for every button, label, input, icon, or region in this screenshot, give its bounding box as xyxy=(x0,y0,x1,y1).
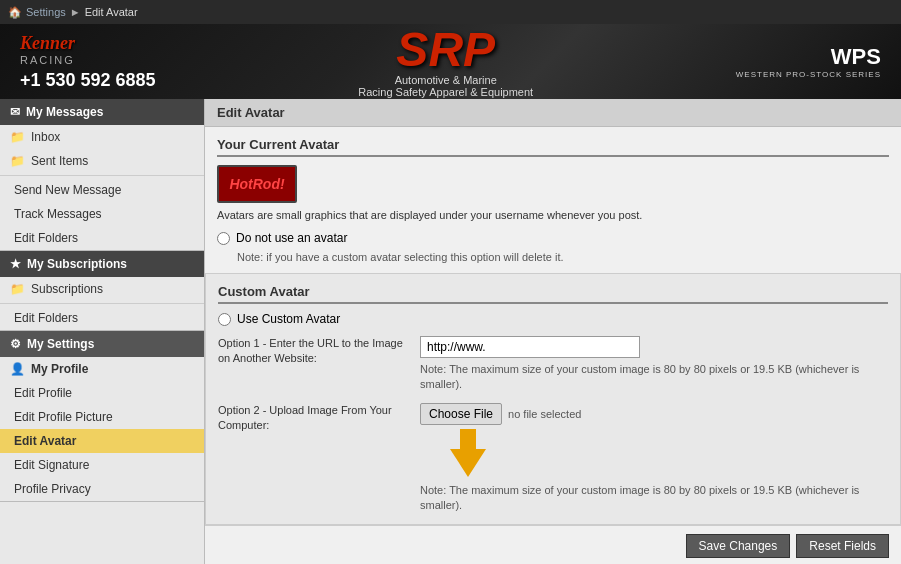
main-layout: ✉ My Messages 📁 Inbox 📁 Sent Items Send … xyxy=(0,99,901,564)
option1-row: Option 1 - Enter the URL to the Image on… xyxy=(218,336,888,393)
sidebar-subscriptions-label: My Subscriptions xyxy=(27,257,127,271)
banner: Kenner RACING +1 530 592 6885 SRP Automo… xyxy=(0,24,901,99)
sidebar-sep2 xyxy=(0,303,204,304)
edit-folders-label: Edit Folders xyxy=(14,231,78,245)
content-header: Edit Avatar xyxy=(205,99,901,127)
current-avatar-title: Your Current Avatar xyxy=(217,137,889,157)
current-avatar-area: HotRod! Avatars are small graphics that … xyxy=(217,165,889,263)
banner-racing-label: RACING xyxy=(20,54,156,66)
sidebar-header-messages: ✉ My Messages xyxy=(0,99,204,125)
arrow-stem xyxy=(460,429,476,451)
edit-avatar-label: Edit Avatar xyxy=(14,434,76,448)
subscriptions-label: Subscriptions xyxy=(31,282,103,296)
option1-note: Note: The maximum size of your custom im… xyxy=(420,362,888,393)
edit-profile-picture-label: Edit Profile Picture xyxy=(14,410,113,424)
option1-control: Note: The maximum size of your custom im… xyxy=(420,336,888,393)
sidebar-header-subscriptions: ★ My Subscriptions xyxy=(0,251,204,277)
edit-folders2-label: Edit Folders xyxy=(14,311,78,325)
sidebar-header-settings: ⚙ My Settings xyxy=(0,331,204,357)
banner-srp: SRP xyxy=(358,26,533,74)
sidebar-item-track[interactable]: Track Messages xyxy=(0,202,204,226)
sidebar-item-edit-folders2[interactable]: Edit Folders xyxy=(0,306,204,330)
banner-right: WPS WESTERN PRO-STOCK SERIES xyxy=(736,44,881,79)
reset-fields-button[interactable]: Reset Fields xyxy=(796,534,889,558)
avatar-description: Avatars are small graphics that are disp… xyxy=(217,209,889,221)
current-avatar-section: Your Current Avatar HotRod! Avatars are … xyxy=(205,127,901,273)
content-header-label: Edit Avatar xyxy=(217,105,285,120)
envelope-icon: ✉ xyxy=(10,105,20,119)
content-area: Edit Avatar Your Current Avatar HotRod! … xyxy=(205,99,901,564)
send-message-label: Send New Message xyxy=(14,183,121,197)
folder-icon-sub: 📁 xyxy=(10,282,25,296)
folder-icon: 📁 xyxy=(10,130,25,144)
sidebar-item-edit-signature[interactable]: Edit Signature xyxy=(0,453,204,477)
avatar-placeholder: HotRod! xyxy=(229,176,284,192)
avatar-delete-note: Note: if you have a custom avatar select… xyxy=(237,251,889,263)
arrow-head xyxy=(450,449,486,477)
sidebar-item-edit-folders[interactable]: Edit Folders xyxy=(0,226,204,250)
person-icon: 👤 xyxy=(10,362,25,376)
banner-wps: WPS xyxy=(736,44,881,70)
use-custom-row: Use Custom Avatar xyxy=(218,312,888,326)
custom-avatar-section: Custom Avatar Use Custom Avatar Option 1… xyxy=(205,273,901,525)
home-icon: 🏠 xyxy=(8,6,22,19)
option2-row: Option 2 - Upload Image From Your Comput… xyxy=(218,403,888,514)
no-file-label: no file selected xyxy=(508,408,581,420)
arrow-container xyxy=(420,429,888,479)
profile-privacy-label: Profile Privacy xyxy=(14,482,91,496)
sidebar-item-sent[interactable]: 📁 Sent Items xyxy=(0,149,204,173)
option2-control: Choose File no file selected Note: The m… xyxy=(420,403,888,514)
sidebar-messages-label: My Messages xyxy=(26,105,103,119)
breadcrumb-current: Edit Avatar xyxy=(85,6,138,18)
edit-profile-label: Edit Profile xyxy=(14,386,72,400)
sent-label: Sent Items xyxy=(31,154,88,168)
option2-note: Note: The maximum size of your custom im… xyxy=(420,483,888,514)
do-not-use-row: Do not use an avatar xyxy=(217,231,889,245)
banner-center: SRP Automotive & Marine Racing Safety Ap… xyxy=(358,26,533,98)
sidebar-item-edit-profile-picture[interactable]: Edit Profile Picture xyxy=(0,405,204,429)
sidebar-item-edit-avatar[interactable]: Edit Avatar xyxy=(0,429,204,453)
inbox-label: Inbox xyxy=(31,130,60,144)
use-custom-label: Use Custom Avatar xyxy=(237,312,340,326)
sidebar-item-subscriptions[interactable]: 📁 Subscriptions xyxy=(0,277,204,301)
folder-icon-sent: 📁 xyxy=(10,154,25,168)
save-changes-button[interactable]: Save Changes xyxy=(686,534,791,558)
sidebar-settings-label: My Settings xyxy=(27,337,94,351)
top-bar: 🏠 Settings ► Edit Avatar xyxy=(0,0,901,24)
breadcrumb: 🏠 Settings ► Edit Avatar xyxy=(8,6,138,19)
option2-label: Option 2 - Upload Image From Your Comput… xyxy=(218,403,408,434)
do-not-use-label: Do not use an avatar xyxy=(236,231,347,245)
track-messages-label: Track Messages xyxy=(14,207,102,221)
banner-tagline1: Automotive & Marine xyxy=(358,74,533,86)
sidebar-item-edit-profile[interactable]: Edit Profile xyxy=(0,381,204,405)
choose-file-button[interactable]: Choose File xyxy=(420,403,502,425)
subscriptions-icon: ★ xyxy=(10,257,21,271)
breadcrumb-settings[interactable]: Settings xyxy=(26,6,66,18)
sidebar-sep1 xyxy=(0,175,204,176)
option1-label: Option 1 - Enter the URL to the Image on… xyxy=(218,336,408,367)
arrow-down-indicator xyxy=(450,429,486,479)
banner-logo-name: Kenner xyxy=(20,33,75,54)
banner-phone: +1 530 592 6885 xyxy=(20,70,156,91)
breadcrumb-separator: ► xyxy=(70,6,81,18)
sidebar-section-messages: ✉ My Messages 📁 Inbox 📁 Sent Items Send … xyxy=(0,99,204,251)
do-not-use-radio[interactable] xyxy=(217,232,230,245)
sidebar-item-profile-privacy[interactable]: Profile Privacy xyxy=(0,477,204,501)
sidebar-section-settings: ⚙ My Settings 👤 My Profile Edit Profile … xyxy=(0,331,204,502)
edit-signature-label: Edit Signature xyxy=(14,458,89,472)
file-row: Choose File no file selected xyxy=(420,403,888,425)
sidebar-section-subscriptions: ★ My Subscriptions 📁 Subscriptions Edit … xyxy=(0,251,204,331)
sidebar: ✉ My Messages 📁 Inbox 📁 Sent Items Send … xyxy=(0,99,205,564)
content-footer: Save Changes Reset Fields xyxy=(205,525,901,564)
my-profile-label: My Profile xyxy=(31,362,88,376)
avatar-image: HotRod! xyxy=(217,165,297,203)
banner-left: Kenner RACING +1 530 592 6885 xyxy=(20,33,156,91)
sidebar-item-my-profile[interactable]: 👤 My Profile xyxy=(0,357,204,381)
settings-icon: ⚙ xyxy=(10,337,21,351)
url-input[interactable] xyxy=(420,336,640,358)
sidebar-item-send-message[interactable]: Send New Message xyxy=(0,178,204,202)
sidebar-item-inbox[interactable]: 📁 Inbox xyxy=(0,125,204,149)
use-custom-radio[interactable] xyxy=(218,313,231,326)
banner-wps-sub: WESTERN PRO-STOCK SERIES xyxy=(736,70,881,79)
banner-tagline2: Racing Safety Apparel & Equipment xyxy=(358,86,533,98)
